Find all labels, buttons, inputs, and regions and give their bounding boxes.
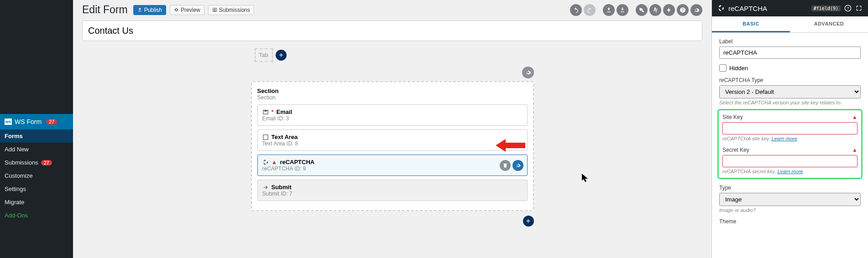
- add-section-button[interactable]: +: [523, 216, 534, 227]
- tab-advanced[interactable]: ADVANCED: [790, 16, 868, 32]
- wp-admin-sidebar: WS WS Form 27 FormsAdd NewSubmissions27C…: [0, 0, 73, 258]
- field-settings-icon[interactable]: [512, 160, 523, 171]
- header-toolbar: [570, 4, 702, 16]
- menu-item-settings[interactable]: Settings: [0, 182, 73, 196]
- svg-rect-0: [263, 134, 268, 139]
- site-key-hint: reCAPTCHA site key. Learn more: [722, 136, 858, 141]
- menu-item-migrate[interactable]: Migrate: [0, 196, 73, 209]
- panel-title: reCAPTCHA: [728, 5, 767, 12]
- main-area: Edit Form Publish Preview Submissions: [73, 0, 711, 258]
- submissions-label: Submissions: [219, 7, 250, 13]
- eye-icon: [174, 7, 179, 12]
- delete-field-icon[interactable]: [500, 160, 511, 171]
- property-panel: reCAPTCHA #field(9) ? BASIC ADVANCED Lab…: [711, 0, 868, 258]
- hidden-label: Hidden: [729, 65, 748, 72]
- label-input[interactable]: [719, 46, 861, 59]
- hidden-checkbox[interactable]: [719, 64, 727, 72]
- tab-placeholder[interactable]: Tab: [255, 48, 273, 62]
- svg-text:?: ?: [847, 6, 849, 10]
- menu-item-add-new[interactable]: Add New: [0, 143, 73, 156]
- submissions-button[interactable]: Submissions: [208, 5, 254, 15]
- menu-ws-form-label: WS Form: [15, 118, 42, 125]
- tab-basic[interactable]: BASIC: [712, 16, 790, 32]
- import-icon[interactable]: [617, 4, 628, 16]
- site-key-input[interactable]: [722, 122, 858, 134]
- tab-settings-icon[interactable]: [522, 67, 534, 78]
- upload-icon: [137, 7, 142, 12]
- conditions-icon[interactable]: [649, 4, 661, 16]
- settings-icon[interactable]: [690, 4, 702, 16]
- secret-key-hint: reCAPTCHA secret key. Learn more: [722, 169, 858, 174]
- secret-key-label: Secret Key ▲: [722, 147, 858, 153]
- ws-form-icon: WS: [5, 119, 12, 125]
- section-subtitle: Section: [257, 94, 528, 101]
- type-select[interactable]: Image: [719, 193, 861, 206]
- panel-header: reCAPTCHA #field(9) ?: [712, 0, 868, 16]
- recaptcha-type-label: reCAPTCHA Type: [719, 77, 861, 83]
- panel-body: Label Hidden reCAPTCHA Type Version 2 - …: [712, 33, 868, 258]
- menu-item-submissions[interactable]: Submissions27: [0, 156, 73, 169]
- header-row: Edit Form Publish Preview Submissions: [82, 4, 702, 16]
- panel-help-icon[interactable]: ?: [844, 5, 852, 12]
- undo-icon[interactable]: [570, 4, 582, 16]
- preview-button[interactable]: Preview: [170, 5, 204, 15]
- menu-item-forms[interactable]: Forms: [0, 129, 73, 143]
- theme-label: Theme: [719, 218, 861, 225]
- tools-icon[interactable]: [636, 4, 648, 16]
- field-text-area[interactable]: Text AreaText Area ID: 8: [257, 129, 528, 151]
- callout-arrow: [496, 136, 528, 155]
- warning-icon: ▲: [852, 147, 858, 153]
- expand-icon[interactable]: [855, 5, 863, 12]
- menu-item-add-ons[interactable]: Add-Ons: [0, 209, 73, 222]
- actions-icon[interactable]: [663, 4, 675, 16]
- keys-highlight: Site Key ▲ reCAPTCHA site key. Learn mor…: [717, 109, 863, 179]
- recaptcha-icon: [717, 5, 725, 12]
- type-label: Type: [719, 185, 861, 191]
- site-key-label: Site Key ▲: [722, 114, 858, 120]
- page-title: Edit Form: [82, 4, 128, 16]
- field-submit[interactable]: SubmitSubmit ID: 7: [257, 180, 528, 201]
- form-canvas: Tab + Section Section *EmailEmail ID: 3T…: [82, 48, 702, 227]
- help-icon[interactable]: [677, 4, 689, 16]
- field-email[interactable]: *EmailEmail ID: 3: [257, 104, 528, 126]
- svg-marker-1: [496, 139, 525, 152]
- menu-ws-form[interactable]: WS WS Form 27: [0, 114, 73, 129]
- table-icon: [212, 7, 217, 12]
- secret-key-learn-link[interactable]: Learn more: [777, 169, 803, 174]
- secret-key-input[interactable]: [722, 155, 858, 167]
- recaptcha-type-hint: Select the reCAPTCHA version your site k…: [719, 100, 861, 105]
- field-id-tag: #field(9): [811, 5, 841, 11]
- add-tab-button[interactable]: +: [276, 50, 287, 61]
- label-label: Label: [719, 38, 861, 45]
- panel-tabs: BASIC ADVANCED: [712, 16, 868, 33]
- recaptcha-type-select[interactable]: Version 2 - Default: [719, 85, 861, 98]
- menu-badge: 27: [46, 119, 57, 124]
- field-recaptcha[interactable]: ▲reCAPTCHAreCAPTCHA ID: 9: [257, 155, 528, 176]
- form-title-input[interactable]: [82, 21, 702, 41]
- section-title: Section: [257, 88, 528, 94]
- redo-icon[interactable]: [584, 4, 596, 16]
- section-box: Section Section *EmailEmail ID: 3Text Ar…: [251, 81, 534, 211]
- warning-icon: ▲: [852, 114, 858, 120]
- profile-area: [0, 0, 73, 114]
- site-key-learn-link[interactable]: Learn more: [772, 136, 797, 141]
- publish-button[interactable]: Publish: [133, 5, 166, 15]
- menu-item-customize[interactable]: Customize: [0, 169, 73, 182]
- cursor-icon: [582, 174, 588, 182]
- type-hint: Image or audio?: [719, 207, 861, 213]
- publish-label: Publish: [144, 7, 162, 13]
- preview-label: Preview: [181, 7, 200, 13]
- export-icon[interactable]: [603, 4, 615, 16]
